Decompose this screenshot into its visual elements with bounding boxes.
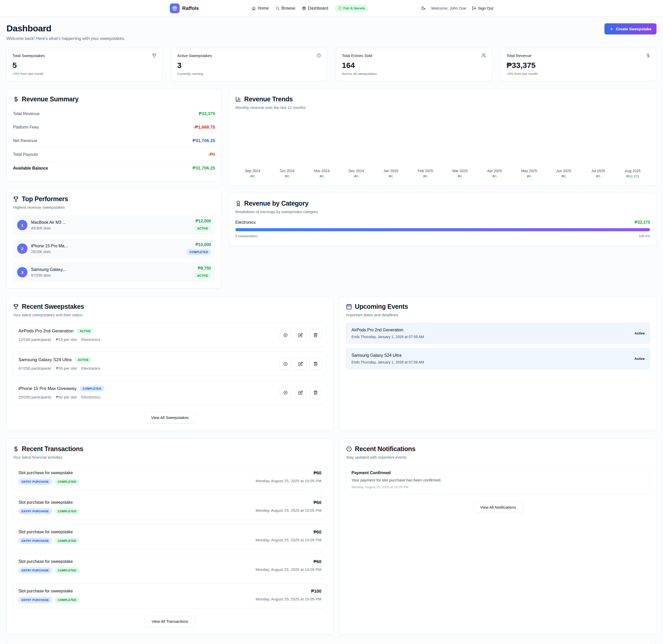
users-icon [481, 53, 486, 58]
month-label: May 2025 [512, 169, 546, 173]
transaction-amount: ₱60 [255, 500, 321, 505]
fair-secure-badge: Fair & Secure [335, 5, 368, 12]
transaction-date: Monday, August 25, 2025 at 10:05 PM [255, 538, 321, 542]
sweepstake-title-row: AirPods Pro 2nd Generation ACTIVE [18, 328, 100, 334]
view-icon [283, 362, 288, 366]
event-row[interactable]: AirPods Pro 2nd Generation Ends Thursday… [346, 323, 650, 344]
transaction-status-badge: COMPLETED [55, 567, 79, 574]
view-button[interactable] [279, 358, 291, 370]
transactions-list: Slot purchase for sweepstake ENTRY PURCH… [13, 465, 327, 608]
status-badge: COMPLETED [80, 386, 104, 392]
stat-label: Total Entries Sold [342, 53, 372, 58]
bar-chart-icon [235, 96, 241, 102]
right-column: Revenue Trends Monthly revenue over the … [229, 89, 657, 246]
recent-transactions-title-row: Recent Transactions [13, 445, 327, 453]
performer-right: ₱12,000 ACTIVE [195, 219, 211, 231]
sweepstake-name: iPhone 15 Pro Max Giveaway [18, 386, 76, 391]
performer-amount: ₱10,000 [196, 242, 211, 247]
transaction-status-badge: COMPLETED [55, 597, 79, 603]
dark-mode-toggle[interactable] [421, 6, 426, 10]
performer-left: 3 Samsung Galaxy... 67/250 slots [17, 267, 66, 277]
sweepstake-participants: 67/250 participants [18, 366, 51, 371]
sweepstakes-list: AirPods Pro 2nd Generation ACTIVE 12/150… [13, 323, 327, 405]
event-row[interactable]: Samsung Galaxy S24 Ultra Ends Thursday, … [346, 348, 650, 369]
performer-name: Samsung Galaxy... [31, 267, 66, 272]
stat-top: Active Sweepstakes [177, 53, 321, 58]
sweepstake-meta: 67/250 participants ₱35 per slot Electro… [18, 366, 100, 371]
month-value: ₱0 [339, 175, 373, 178]
view-all-sweepstakes-button[interactable]: View All Sweepstakes [144, 412, 196, 423]
row-sweepstakes-events: Recent Sweepstakes Your latest sweepstak… [6, 296, 657, 431]
top-performers-title: Top Performers [22, 195, 68, 203]
recent-sweepstakes-title-row: Recent Sweepstakes [13, 303, 327, 310]
create-sweepstake-button[interactable]: Create Sweepstake [604, 23, 657, 35]
category-rows: Electronics ₱33,375 5 sweepstakes 100.0% [235, 220, 650, 240]
performer-row[interactable]: 2 iPhone 15 Pro Ma... 25/200 slots ₱10,0… [13, 239, 215, 259]
trends-month-column: Aug 2025 ₱33,375 [616, 169, 650, 178]
edit-button[interactable] [294, 386, 306, 399]
nav-browse[interactable]: Browse [275, 6, 295, 10]
stat-sub-accent: +0% [13, 72, 19, 76]
view-button[interactable] [279, 329, 291, 341]
view-all-transactions-button[interactable]: View All Transactions [145, 616, 195, 627]
performer-row[interactable]: 1 MacBook Air M3 ... 45/300 slots ₱12,00… [13, 215, 215, 235]
status-badge: ACTIVE [75, 357, 91, 363]
category-head: Electronics ₱33,375 [235, 220, 650, 225]
brand[interactable]: Raffols [170, 3, 199, 13]
sweepstake-price: ₱35 per slot [56, 366, 77, 371]
summary-row: Total Revenue ₱33,375 [13, 107, 215, 120]
performer-row[interactable]: 3 Samsung Galaxy... 67/250 slots ₱8,750 … [13, 262, 215, 282]
page-title: Dashboard [6, 23, 125, 34]
transaction-type-badge: ENTRY PURCHASE [18, 479, 52, 485]
transaction-title: Slot purchase for sweepstake [18, 470, 79, 475]
sign-out-icon [472, 6, 476, 10]
header-right: Welcome, John Doe Sign Out [421, 6, 493, 10]
left-column: Revenue Summary Total Revenue ₱33,375 Pl… [6, 89, 222, 289]
events-list: AirPods Pro 2nd Generation Ends Thursday… [346, 323, 650, 369]
transaction-type-badge: ENTRY PURCHASE [18, 508, 52, 514]
sweepstake-category: Electronics [82, 337, 100, 342]
sweepstake-meta: 12/150 participants ₱15 per slot Electro… [18, 337, 100, 342]
performer-amount: ₱12,000 [196, 219, 211, 223]
revenue-trends-title-row: Revenue Trends [235, 95, 650, 103]
view-button[interactable] [279, 386, 291, 399]
transaction-row: Slot purchase for sweepstake ENTRY PURCH… [13, 554, 327, 579]
rank-badge: 3 [17, 267, 27, 277]
page-head-text: Dashboard Welcome back! Here's what's ha… [6, 23, 125, 41]
sweepstake-info: iPhone 15 Pro Max Giveaway COMPLETED 25/… [18, 386, 104, 399]
performer-slots: 67/250 slots [31, 273, 66, 277]
edit-button[interactable] [294, 358, 306, 370]
view-all-notifications-button[interactable]: View All Notifications [473, 502, 523, 513]
row-revenue: Revenue Summary Total Revenue ₱33,375 Pl… [6, 89, 657, 289]
rank-badge: 2 [17, 243, 27, 254]
sweepstake-actions [279, 386, 321, 399]
revenue-by-category-title: Revenue by Category [244, 200, 308, 207]
sign-out-button[interactable]: Sign Out [472, 6, 493, 10]
delete-button[interactable] [310, 386, 321, 399]
delete-button[interactable] [310, 329, 321, 341]
event-ends: Ends Thursday, January 1, 2026 at 07:59 … [351, 360, 424, 364]
transaction-badges: ENTRY PURCHASE COMPLETED [18, 538, 79, 544]
view-icon [283, 391, 288, 395]
event-info: Samsung Galaxy S24 Ultra Ends Thursday, … [351, 353, 424, 364]
sweepstake-category: Electronics [82, 366, 100, 371]
transaction-right: ₱100 Monday, August 25, 2025 at 10:05 PM [255, 589, 321, 601]
edit-button[interactable] [294, 329, 306, 341]
month-value: ₱0 [304, 175, 339, 178]
delete-button[interactable] [310, 358, 321, 370]
nav-dashboard[interactable]: Dashboard [302, 6, 328, 10]
transaction-status-badge: COMPLETED [55, 479, 79, 485]
trophy-icon [13, 304, 19, 310]
trends-month-column: Apr 2025 ₱0 [477, 169, 512, 178]
stat-card-total-revenue: Total Revenue ₱33,375 +0% from last mont… [501, 48, 657, 81]
event-name: AirPods Pro 2nd Generation [351, 328, 424, 332]
stat-sub: Currently running [177, 72, 321, 76]
top-performers-card: Top Performers Highest revenue sweepstak… [6, 189, 222, 289]
transaction-info: Slot purchase for sweepstake ENTRY PURCH… [18, 589, 79, 603]
trophy-icon [13, 196, 19, 202]
trends-month-column: Jul 2025 ₱0 [581, 169, 615, 178]
performer-slots: 25/200 slots [31, 250, 68, 254]
transaction-badges: ENTRY PURCHASE COMPLETED [18, 508, 79, 514]
nav-home[interactable]: Home [252, 6, 269, 10]
month-label: Aug 2025 [616, 169, 650, 173]
